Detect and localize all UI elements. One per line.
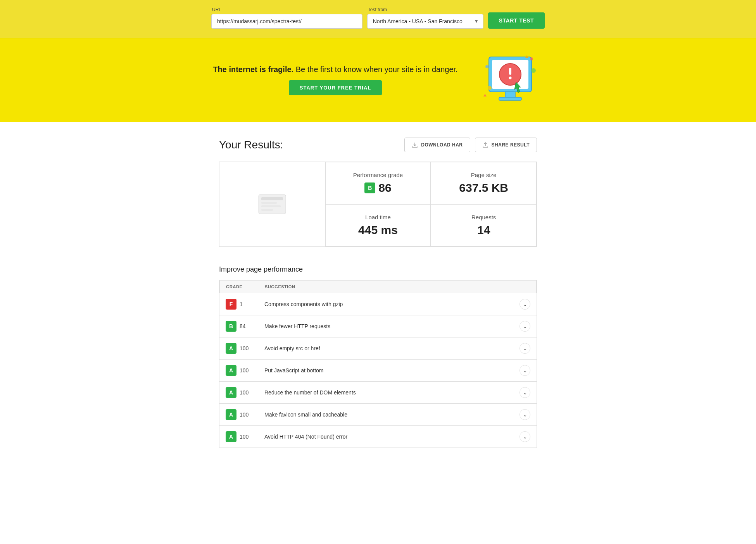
- grade-col: F 1: [226, 299, 264, 310]
- url-row: URL Test from North America - USA - San …: [211, 7, 545, 29]
- svg-rect-18: [261, 209, 273, 211]
- grade-col: A 100: [226, 365, 264, 376]
- suggestion-row: F 1 Compress components with gzip ⌄: [219, 293, 537, 315]
- grade-badge: F: [226, 299, 236, 310]
- free-trial-button[interactable]: START YOUR FREE TRIAL: [289, 80, 382, 95]
- expand-suggestion-button[interactable]: ⌄: [520, 321, 530, 332]
- performance-value: B 86: [364, 181, 391, 195]
- grade-score: 100: [240, 411, 250, 418]
- grade-col: A 100: [226, 387, 264, 398]
- expand-suggestion-button[interactable]: ⌄: [520, 365, 530, 376]
- results-header: Your Results: DOWNLOAD HAR SHARE RESULT: [219, 138, 537, 152]
- expand-suggestion-button[interactable]: ⌄: [520, 299, 530, 310]
- load-time-value: 445 ms: [358, 224, 398, 237]
- grade-badge: A: [226, 387, 236, 398]
- svg-marker-13: [483, 94, 487, 96]
- results-title: Your Results:: [219, 139, 283, 151]
- test-from-label: Test from: [367, 7, 483, 12]
- performance-score: 86: [378, 181, 391, 195]
- suggestion-row: B 84 Make fewer HTTP requests ⌄: [219, 315, 537, 337]
- test-from-group: Test from North America - USA - San Fran…: [367, 7, 483, 29]
- grade-badge: B: [226, 321, 236, 332]
- download-icon: [412, 142, 418, 148]
- load-time-card: Load time 445 ms: [325, 204, 431, 246]
- suggestion-text: Make fewer HTTP requests: [264, 323, 520, 329]
- grade-badge: A: [226, 365, 236, 376]
- requests-number: 14: [477, 224, 490, 237]
- improve-section: Improve page performance GRADE SUGGESTIO…: [211, 265, 545, 448]
- results-actions: DOWNLOAD HAR SHARE RESULT: [404, 138, 537, 152]
- expand-suggestion-button[interactable]: ⌄: [520, 409, 530, 420]
- start-test-button[interactable]: START TEST: [488, 12, 545, 29]
- grade-score: 84: [240, 323, 250, 329]
- download-har-button[interactable]: DOWNLOAD HAR: [404, 138, 470, 152]
- svg-point-11: [485, 65, 488, 68]
- share-icon: [482, 142, 488, 148]
- grade-score: 1: [240, 301, 250, 307]
- grade-col: B 84: [226, 321, 264, 332]
- suggestion-row: A 100 Reduce the number of DOM elements …: [219, 382, 537, 404]
- url-input[interactable]: [211, 14, 362, 29]
- suggestion-row: A 100 Avoid empty src or href ⌄: [219, 337, 537, 360]
- load-time-label: Load time: [365, 214, 391, 220]
- grade-score: 100: [240, 389, 250, 396]
- svg-rect-17: [261, 205, 281, 207]
- svg-point-8: [488, 86, 492, 90]
- requests-label: Requests: [471, 214, 496, 220]
- url-group: URL: [211, 7, 362, 29]
- grade-badge: A: [226, 431, 236, 442]
- expand-suggestion-button[interactable]: ⌄: [520, 343, 530, 354]
- suggestion-row: A 100 Put JavaScript at bottom ⌄: [219, 360, 537, 382]
- suggestion-column-header: SUGGESTION: [259, 281, 536, 293]
- suggestion-row: A 100 Avoid HTTP 404 (Not Found) error ⌄: [219, 426, 537, 448]
- grade-score: 100: [240, 367, 250, 374]
- promo-headline: The internet is fragile. Be the first to…: [213, 65, 457, 74]
- test-from-select[interactable]: North America - USA - San Francisco Nort…: [367, 14, 483, 29]
- svg-rect-16: [261, 202, 277, 204]
- promo-headline-normal: Be the first to know when your site is i…: [296, 65, 458, 74]
- svg-point-10: [531, 68, 536, 73]
- suggestion-row: A 100 Make favicon small and cacheable ⌄: [219, 404, 537, 426]
- grade-column-header: GRADE: [220, 281, 259, 293]
- grade-col: A 100: [226, 431, 264, 442]
- expand-suggestion-button[interactable]: ⌄: [520, 387, 530, 398]
- suggestion-text: Put JavaScript at bottom: [264, 367, 520, 374]
- suggestions-header: GRADE SUGGESTION: [219, 280, 537, 293]
- svg-point-6: [509, 77, 511, 79]
- promo-text-area: The internet is fragile. Be the first to…: [213, 65, 457, 95]
- grade-score: 100: [240, 345, 250, 351]
- expand-suggestion-button[interactable]: ⌄: [520, 431, 530, 442]
- grade-badge: A: [226, 343, 236, 354]
- page-size-value: 637.5 KB: [459, 181, 508, 195]
- load-time-number: 445 ms: [358, 224, 398, 237]
- suggestion-text: Avoid empty src or href: [264, 345, 520, 351]
- performance-label: Performance grade: [353, 172, 403, 178]
- performance-grade-card: Performance grade B 86: [325, 162, 431, 204]
- grade-score: 100: [240, 434, 250, 440]
- performance-grade-badge: B: [364, 182, 375, 193]
- svg-rect-15: [261, 197, 283, 200]
- test-from-wrapper: North America - USA - San Francisco Nort…: [367, 14, 483, 29]
- suggestion-text: Make favicon small and cacheable: [264, 411, 520, 418]
- url-label: URL: [211, 7, 362, 12]
- page-size-card: Page size 637.5 KB: [431, 162, 537, 204]
- page-size-number: 637.5 KB: [459, 181, 508, 195]
- top-bar: URL Test from North America - USA - San …: [0, 0, 756, 38]
- download-har-label: DOWNLOAD HAR: [421, 142, 463, 148]
- page-size-label: Page size: [471, 172, 497, 178]
- requests-card: Requests 14: [431, 204, 537, 246]
- suggestions-list: F 1 Compress components with gzip ⌄ B 84…: [219, 293, 537, 448]
- suggestion-text: Reduce the number of DOM elements: [264, 389, 520, 396]
- svg-rect-5: [509, 68, 511, 75]
- promo-banner: The internet is fragile. Be the first to…: [0, 38, 756, 122]
- suggestion-text: Avoid HTTP 404 (Not Found) error: [264, 434, 520, 440]
- share-result-label: SHARE RESULT: [492, 142, 530, 148]
- monitor-illustration: [481, 49, 543, 111]
- suggestion-text: Compress components with gzip: [264, 301, 520, 307]
- svg-marker-12: [525, 55, 528, 58]
- results-area: Your Results: DOWNLOAD HAR SHARE RESULT: [211, 122, 545, 247]
- share-result-button[interactable]: SHARE RESULT: [475, 138, 537, 152]
- suggestions-container: GRADE SUGGESTION F 1 Compress components…: [219, 280, 537, 448]
- grade-col: A 100: [226, 343, 264, 354]
- improve-title: Improve page performance: [219, 265, 537, 274]
